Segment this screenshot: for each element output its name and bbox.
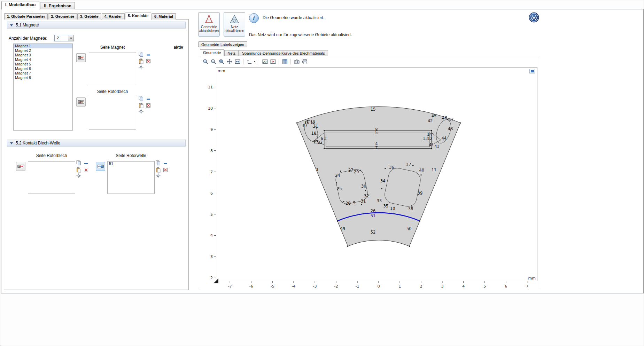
svg-text:52: 52: [371, 230, 376, 235]
copy-icon[interactable]: [138, 96, 144, 101]
anzahl-magnete-combobox[interactable]: 2: [54, 35, 74, 41]
magnet-listbox[interactable]: Magnet 1Magnet 2Magnet 3Magnet 4Magnet 5…: [13, 44, 73, 131]
kontakt-rotorblech-selection-list[interactable]: [28, 161, 75, 194]
seite-magnet-selection-list[interactable]: [89, 53, 136, 85]
remove-icon[interactable]: [146, 96, 151, 102]
list-item-magnet-2[interactable]: Magnet 2: [14, 48, 72, 53]
window-tab-ii-ergebnisse[interactable]: II. Ergebnisse: [40, 2, 75, 9]
step-tab-1-globale-parameter[interactable]: 1. Globale Parameter: [4, 13, 48, 19]
clear-selection-icon[interactable]: [146, 103, 151, 108]
graphics-tab-spannungs-dehnungs-kurve-des-blechmaterials[interactable]: Spannungs-Dehnungs-Kurve des Blechmateri…: [239, 50, 328, 56]
remove-icon[interactable]: [83, 161, 89, 166]
list-item-magnet-6[interactable]: Magnet 6: [14, 66, 72, 71]
seite-rotorblech-toggle-off[interactable]: OFF: [76, 97, 86, 107]
zoom-in-button[interactable]: [202, 58, 209, 65]
zoom-box-button[interactable]: [218, 58, 225, 65]
svg-text:41: 41: [429, 142, 434, 147]
window-tab-i-modellaufbau[interactable]: I. Modellaufbau: [1, 1, 39, 9]
seite-rotorblech-selection-list[interactable]: [89, 97, 136, 129]
zoom-extents-button[interactable]: [226, 58, 233, 65]
zoom-out-button[interactable]: [210, 58, 217, 65]
update-geometry-button[interactable]: Geometrie aktualisieren: [198, 12, 220, 37]
list-item-magnet-3[interactable]: Magnet 3: [14, 53, 72, 57]
switch-icon: OFF: [78, 100, 84, 104]
svg-text:43: 43: [434, 144, 440, 149]
svg-text:26: 26: [371, 209, 376, 213]
svg-text:5: 5: [210, 212, 213, 217]
animation-export-button[interactable]: [269, 58, 277, 65]
show-geometry-labels-button[interactable]: Geometrie-Labels zeigen: [198, 41, 247, 47]
svg-text:31: 31: [361, 199, 366, 204]
step-tab-3-gebiete[interactable]: 3. Gebiete: [77, 13, 101, 19]
svg-text:6: 6: [210, 191, 213, 196]
camera-snapshot-button[interactable]: [293, 58, 300, 65]
svg-text:2: 2: [316, 133, 319, 138]
svg-text:24: 24: [335, 173, 340, 178]
seite-rotorblech-tools: [138, 96, 152, 115]
update-mesh-button[interactable]: Netz aktualisieren: [224, 12, 245, 37]
copy-icon[interactable]: [155, 160, 161, 166]
list-item-magnet-4[interactable]: Magnet 4: [14, 57, 72, 62]
clear-selection-icon[interactable]: [83, 167, 89, 173]
kontakt-rotorwelle-selection-list[interactable]: 51: [107, 161, 155, 194]
list-item-magnet-1[interactable]: Magnet 1: [14, 44, 72, 48]
comsol-app-window: I. ModellaufbauII. Ergebnisse 1. Globale…: [0, 0, 644, 346]
graphics-tab-geometrie[interactable]: Geometrie: [200, 49, 224, 56]
paste-icon[interactable]: [76, 167, 82, 173]
list-item-magnet-8[interactable]: Magnet 8: [14, 76, 72, 80]
copy-icon[interactable]: [76, 160, 82, 166]
svg-text:-6: -6: [249, 284, 253, 289]
svg-text:11: 11: [208, 85, 213, 89]
chevron-down-icon[interactable]: [68, 35, 73, 41]
svg-text:5: 5: [375, 130, 378, 135]
zoom-selection-icon[interactable]: [76, 173, 82, 179]
kontakt-rotorwelle-item-51[interactable]: 51: [108, 162, 154, 166]
switch-icon: OFF: [17, 165, 24, 168]
step-tab-5-kontakte[interactable]: 5. Kontakte: [125, 13, 151, 19]
kontakt-rotorwelle-toggle-on[interactable]: ON: [96, 162, 105, 171]
list-item-magnet-5[interactable]: Magnet 5: [14, 62, 72, 66]
paste-icon[interactable]: [138, 103, 144, 108]
graphics-tab-netz[interactable]: Netz: [224, 50, 239, 56]
section-header-magnete[interactable]: 5.1 Magnete: [7, 22, 186, 29]
step-tab-4-r-nder[interactable]: 4. Ränder: [102, 13, 125, 19]
step-tab-6-material[interactable]: 6. Material: [152, 13, 176, 19]
geometry-plot[interactable]: -7-6-5-4-3-2-101234567234567891011151619…: [216, 67, 537, 281]
clear-selection-icon[interactable]: [146, 58, 151, 64]
seite-magnet-toggle-off[interactable]: OFF: [76, 53, 86, 62]
model-step-tab-bar: 1. Globale Parameter2. Geometrie3. Gebie…: [4, 13, 176, 19]
section-header-kontakt[interactable]: 5.2 Kontakt Blech-Welle: [7, 140, 186, 147]
svg-text:36: 36: [389, 165, 394, 170]
step-tab-2-geometrie[interactable]: 2. Geometrie: [48, 13, 77, 19]
svg-text:9: 9: [353, 200, 355, 205]
svg-text:40: 40: [419, 168, 424, 173]
section-title: 5.2 Kontakt Blech-Welle: [16, 141, 60, 146]
remove-icon[interactable]: [146, 52, 151, 58]
svg-text:8: 8: [210, 149, 213, 153]
image-snapshot-button[interactable]: [261, 58, 269, 65]
print-button[interactable]: [301, 58, 308, 65]
paste-icon[interactable]: [138, 58, 144, 64]
svg-text:39: 39: [418, 191, 423, 196]
toolbar-separator: [279, 59, 279, 64]
fit-window-button[interactable]: [234, 58, 241, 65]
default-view-button[interactable]: [246, 58, 257, 65]
zoom-selection-icon[interactable]: [155, 173, 161, 179]
copy-icon[interactable]: [138, 52, 144, 57]
svg-text:12: 12: [427, 136, 433, 141]
zoom-selection-icon[interactable]: [138, 109, 144, 114]
list-item-magnet-7[interactable]: Magnet 7: [14, 71, 72, 76]
status-message-primary: Die Geometrie wurde aktualisiert.: [263, 15, 324, 20]
kontakt-rotorblech-toggle-off[interactable]: OFF: [16, 162, 25, 171]
remove-icon[interactable]: [163, 161, 168, 166]
svg-text:4: 4: [462, 284, 465, 289]
svg-text:29: 29: [354, 170, 359, 174]
toolbar-separator: [243, 59, 243, 64]
plot-settings-button[interactable]: [529, 69, 535, 73]
svg-text:21: 21: [313, 124, 318, 129]
paste-icon[interactable]: [155, 167, 161, 173]
svg-text:3: 3: [210, 254, 213, 259]
clear-selection-icon[interactable]: [163, 167, 168, 173]
zoom-selection-icon[interactable]: [138, 64, 144, 70]
table-view-button[interactable]: [281, 58, 288, 65]
